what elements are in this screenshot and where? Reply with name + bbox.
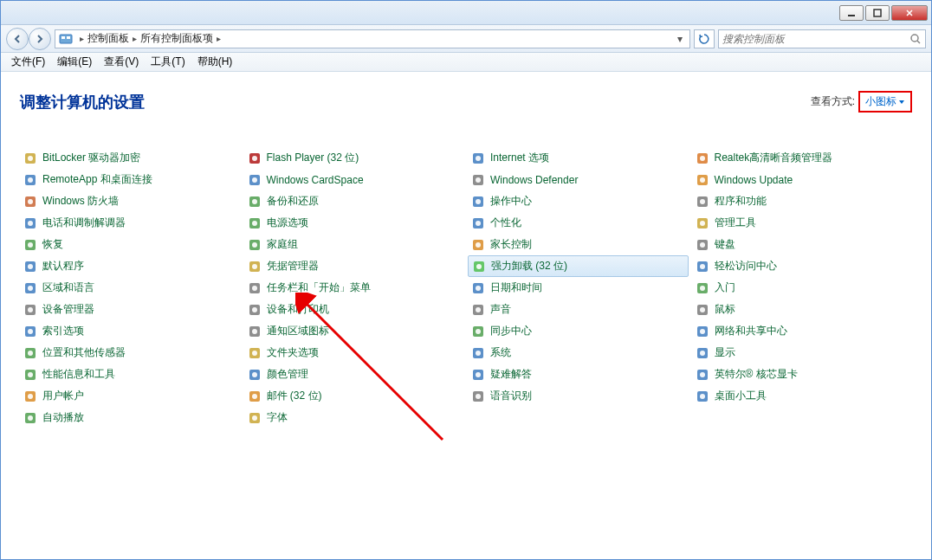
view-by-dropdown[interactable]: 小图标 — [865, 94, 905, 109]
control-panel-item[interactable]: 默认程序 — [20, 255, 241, 277]
control-panel-item[interactable]: 文件夹选项 — [244, 342, 465, 364]
breadcrumb-item-0[interactable]: 控制面板 — [87, 31, 129, 46]
control-panel-item-label: BitLocker 驱动器加密 — [42, 151, 140, 165]
control-panel-item[interactable]: 颜色管理 — [244, 364, 465, 385]
control-panel-item-label: 备份和还原 — [267, 194, 319, 209]
control-panel-item[interactable]: 疑难解答 — [468, 364, 689, 385]
homegroup-icon — [248, 238, 262, 252]
control-panel-item[interactable]: Realtek高清晰音频管理器 — [692, 147, 913, 169]
menu-file[interactable]: 文件(F) — [6, 53, 50, 71]
refresh-button[interactable] — [694, 29, 715, 48]
control-panel-item-label: 语音识别 — [490, 389, 532, 403]
control-panel-item[interactable]: 轻松访问中心 — [692, 255, 913, 277]
menu-view[interactable]: 查看(V) — [99, 53, 144, 71]
programs-icon — [696, 195, 709, 209]
svg-point-51 — [476, 264, 482, 269]
control-panel-item[interactable]: Internet 选项 — [468, 147, 689, 169]
control-panel-item[interactable]: 通知区域图标 — [244, 320, 465, 342]
svg-point-19 — [476, 177, 481, 183]
control-panel-item[interactable]: 家庭组 — [244, 234, 465, 255]
control-panel-item[interactable]: 家长控制 — [468, 234, 689, 255]
minimize-button[interactable] — [839, 5, 864, 21]
control-panel-item-label: 索引选项 — [42, 324, 84, 338]
control-panel-item[interactable]: RemoteApp 和桌面连接 — [20, 169, 241, 190]
control-panel-item[interactable]: 任务栏和「开始」菜单 — [244, 277, 465, 299]
svg-point-49 — [252, 264, 257, 269]
control-panel-item-label: 任务栏和「开始」菜单 — [267, 280, 371, 295]
menu-edit[interactable]: 编辑(E) — [52, 53, 97, 71]
control-panel-item-label: 通知区域图标 — [267, 324, 329, 338]
admin-tools-icon — [696, 216, 709, 230]
control-panel-item[interactable]: 桌面小工具 — [692, 385, 913, 407]
search-icon[interactable] — [909, 33, 922, 45]
control-panel-item[interactable]: 电源选项 — [244, 212, 465, 234]
svg-point-77 — [700, 329, 705, 334]
control-panel-item-label: RemoteApp 和桌面连接 — [42, 172, 152, 187]
control-panel-item[interactable]: 强力卸载 (32 位) — [468, 255, 689, 277]
card-icon — [248, 173, 262, 187]
control-panel-item[interactable]: 凭据管理器 — [244, 255, 465, 277]
menu-help[interactable]: 帮助(H) — [192, 53, 238, 71]
close-button[interactable] — [891, 5, 928, 21]
nav-back-button[interactable] — [6, 28, 29, 50]
svg-point-67 — [476, 307, 481, 312]
control-panel-item[interactable]: 自动播放 — [20, 407, 241, 428]
control-panel-item[interactable]: 网络和共享中心 — [692, 320, 913, 342]
svg-point-95 — [28, 394, 33, 399]
control-panel-item[interactable]: 索引选项 — [20, 320, 241, 342]
svg-point-41 — [252, 242, 257, 248]
control-panel-item[interactable]: 用户帐户 — [20, 385, 241, 407]
control-panel-item[interactable]: 同步中心 — [468, 320, 689, 342]
control-panel-item[interactable]: 日期和时间 — [468, 277, 689, 299]
control-panel-item[interactable]: 设备管理器 — [20, 299, 241, 320]
menu-tools[interactable]: 工具(T) — [146, 53, 190, 71]
troubleshoot-icon — [471, 368, 485, 382]
control-panel-item-label: Windows CardSpace — [267, 174, 364, 186]
search-input[interactable] — [722, 33, 909, 45]
control-panel-item[interactable]: 备份和还原 — [244, 190, 465, 212]
display-icon — [696, 346, 709, 360]
control-panel-item[interactable]: 显示 — [692, 342, 913, 364]
control-panel-item[interactable]: 管理工具 — [692, 212, 913, 234]
control-panel-item[interactable]: Windows 防火墙 — [20, 190, 241, 212]
control-panel-item[interactable]: 键盘 — [692, 234, 913, 255]
control-panel-item[interactable]: 位置和其他传感器 — [20, 342, 241, 364]
control-panel-item[interactable]: 恢复 — [20, 234, 241, 255]
breadcrumb-item-1[interactable]: 所有控制面板项 — [140, 31, 213, 46]
color-icon — [248, 368, 262, 382]
control-panel-item-label: Flash Player (32 位) — [267, 151, 359, 165]
control-panel-item[interactable]: 邮件 (32 位) — [244, 385, 465, 407]
control-panel-item[interactable]: 程序和功能 — [692, 190, 913, 212]
control-panel-item[interactable]: 语音识别 — [468, 385, 689, 407]
lock-drive-icon — [23, 151, 37, 165]
control-panel-item[interactable]: 鼠标 — [692, 299, 913, 320]
search-box[interactable] — [718, 29, 926, 48]
control-panel-item[interactable]: 个性化 — [468, 212, 689, 234]
control-panel-item[interactable]: 性能信息和工具 — [20, 364, 241, 385]
maximize-button[interactable] — [865, 5, 890, 21]
control-panel-item[interactable]: 电话和调制解调器 — [20, 212, 241, 234]
control-panel-item[interactable]: 系统 — [468, 342, 689, 364]
control-panel-item[interactable]: 字体 — [244, 407, 465, 428]
control-panel-item[interactable]: BitLocker 驱动器加密 — [20, 147, 241, 169]
control-panel-item[interactable]: Windows Defender — [468, 169, 689, 190]
control-panel-item[interactable]: Windows Update — [692, 169, 913, 190]
control-panel-item[interactable]: 声音 — [468, 299, 689, 320]
view-by-label: 查看方式: — [811, 94, 855, 109]
control-panel-item[interactable]: Flash Player (32 位) — [244, 147, 465, 169]
control-panel-item[interactable]: Windows CardSpace — [244, 169, 465, 190]
svg-point-53 — [700, 264, 705, 269]
control-panel-item-label: 性能信息和工具 — [42, 367, 115, 382]
control-panel-item[interactable]: 区域和语言 — [20, 277, 241, 299]
device-manager-icon — [23, 303, 37, 317]
breadcrumb-dropdown[interactable]: ▾ — [674, 33, 686, 45]
phone-icon — [23, 216, 37, 230]
control-panel-item[interactable]: 英特尔® 核芯显卡 — [692, 364, 913, 385]
control-panel-item[interactable]: 入门 — [692, 277, 913, 299]
breadcrumb[interactable]: ▸ 控制面板 ▸ 所有控制面板项 ▸ ▾ — [55, 29, 690, 48]
svg-point-39 — [28, 242, 33, 248]
performance-icon — [23, 368, 37, 382]
control-panel-item[interactable]: 操作中心 — [468, 190, 689, 212]
control-panel-item[interactable]: 设备和打印机 — [244, 299, 465, 320]
nav-forward-button[interactable] — [29, 28, 51, 50]
